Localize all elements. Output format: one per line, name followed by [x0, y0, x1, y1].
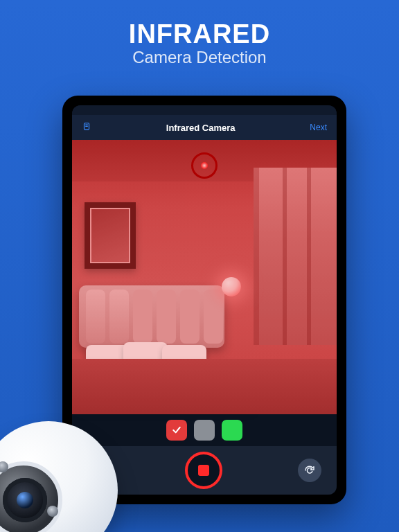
refresh-icon	[303, 464, 316, 477]
nav-title: Infrared Camera	[166, 123, 236, 133]
room-scene	[72, 140, 337, 414]
check-icon	[171, 425, 182, 436]
filter-gray[interactable]	[194, 420, 215, 441]
status-bar	[72, 105, 337, 115]
filter-red[interactable]	[166, 420, 187, 441]
filter-green[interactable]	[222, 420, 242, 441]
document-icon	[82, 122, 91, 134]
red-tint-overlay	[72, 140, 337, 414]
security-camera-prop	[0, 400, 132, 532]
hero-title: INFRARED	[0, 19, 399, 49]
stop-icon	[198, 465, 209, 476]
hero-subtitle: Camera Detection	[0, 48, 399, 67]
nav-back-button[interactable]	[82, 122, 91, 134]
navbar: Infrared Camera Next	[72, 115, 337, 140]
flip-camera-button[interactable]	[298, 459, 321, 482]
nav-next-button[interactable]: Next	[310, 123, 327, 132]
record-button[interactable]	[185, 452, 222, 489]
camera-viewport[interactable]	[72, 140, 337, 414]
hero: INFRARED Camera Detection	[0, 19, 399, 67]
